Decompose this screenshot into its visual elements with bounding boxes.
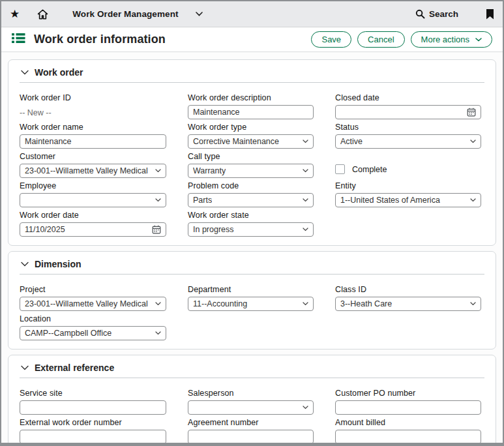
problem-code-select[interactable]: Parts [188,193,314,207]
department-select[interactable]: 11--Accounting [188,297,314,311]
chevron-down-icon [155,331,161,335]
section-divider [20,274,484,275]
home-icon[interactable] [37,8,49,20]
save-button[interactable]: Save [311,31,351,48]
field-class-id: Class ID 3--Heath Care [335,285,481,311]
search-label: Search [429,9,458,19]
chevron-down-icon [21,261,29,267]
list-menu-icon[interactable] [12,33,25,46]
bookmark-icon[interactable] [486,9,494,20]
employee-select[interactable] [20,193,166,207]
form-content: Work order Work order ID -- New -- Work … [1,52,503,443]
class-id-select[interactable]: 3--Heath Care [335,297,481,311]
more-actions-button[interactable]: More actions [411,31,492,48]
search-button[interactable]: Search [415,9,458,19]
work-order-type-select[interactable]: Corrective Maintenance [188,134,314,149]
chevron-down-icon [303,406,308,409]
field-project: Project 23-001--Willamette Valley Medica… [20,285,166,311]
chevron-down-icon [470,140,476,143]
chevron-down-icon [155,169,161,173]
field-customer-po-number: Customer PO number [335,389,481,415]
work-order-date-input[interactable] [20,222,166,237]
field-location: Location CAMP--Campbell Office [20,314,166,340]
customer-select[interactable]: 23-001--Willamette Valley Medical [20,164,166,178]
field-complete: Complete [335,164,481,174]
complete-label: Complete [352,165,387,174]
field-amount-billed: Amount billed [335,418,481,443]
field-status: Status Active [335,123,481,149]
chevron-down-icon [303,302,308,306]
service-site-input[interactable] [20,400,166,415]
field-department: Department 11--Accounting [188,285,314,311]
field-work-order-state: Work order state In progress [188,211,314,237]
section-divider [20,82,484,83]
status-select[interactable]: Active [335,134,481,149]
chevron-down-icon [21,365,29,370]
field-work-order-date: Work order date [20,211,166,237]
chevron-down-icon [475,38,482,42]
field-entity: Entity 1--United States of America [335,181,481,207]
page-header: Work order information Save Cancel More … [1,27,503,52]
field-employee: Employee [20,181,166,207]
top-navigation-bar: ★ Work Order Management Search [1,1,503,27]
chevron-down-icon [155,198,161,202]
calendar-icon[interactable] [152,225,161,234]
app-window: ★ Work Order Management Search [0,0,504,446]
section-title: External reference [35,363,114,373]
field-service-site: Service site [20,389,166,415]
cancel-button[interactable]: Cancel [357,31,404,48]
field-closed-date: Closed date [335,93,481,119]
chevron-down-icon [155,302,161,306]
field-problem-code: Problem code Parts [188,181,314,207]
chevron-down-icon [196,12,203,16]
field-work-order-name: Work order name [20,123,166,149]
calendar-icon[interactable] [467,108,476,117]
section-external-reference-toggle[interactable]: External reference [20,361,484,373]
section-title: Dimension [35,259,82,269]
closed-date-input[interactable] [335,105,481,119]
field-agreement-number: Agreement number [188,418,314,443]
section-dimension: Dimension Project 23-001--Willamette Val… [8,251,496,349]
section-title: Work order [35,67,83,78]
field-salesperson: Salesperson [188,389,314,415]
page-title: Work order information [34,33,166,46]
work-order-description-input[interactable] [188,105,314,119]
chevron-down-icon [470,198,476,202]
external-work-order-number-input[interactable] [20,430,166,443]
work-order-name-input[interactable] [20,134,166,149]
chevron-down-icon [470,302,476,306]
field-external-work-order-number: External work order number [20,418,166,443]
chevron-down-icon [303,228,308,231]
work-order-state-select[interactable]: In progress [188,222,314,237]
section-work-order: Work order Work order ID -- New -- Work … [8,59,496,246]
project-select[interactable]: 23-001--Willamette Valley Medical [20,297,166,311]
field-work-order-type: Work order type Corrective Maintenance [188,123,314,149]
agreement-number-input[interactable] [188,430,314,443]
chevron-down-icon [303,140,308,143]
favorites-star-icon[interactable]: ★ [10,8,20,20]
field-customer: Customer 23-001--Willamette Valley Medic… [20,152,166,178]
customer-po-number-input[interactable] [335,400,481,415]
field-call-type: Call type Warranty [188,152,314,178]
location-select[interactable]: CAMP--Campbell Office [20,326,166,340]
complete-checkbox[interactable] [335,164,345,174]
field-work-order-id: Work order ID -- New -- [20,93,166,117]
field-work-order-description: Work order description [188,93,314,119]
app-menu-label: Work Order Management [72,9,178,19]
chevron-down-icon [303,169,308,173]
chevron-down-icon [21,70,29,75]
chevron-down-icon [303,198,308,202]
section-work-order-toggle[interactable]: Work order [20,66,484,78]
entity-select[interactable]: 1--United States of America [335,193,481,207]
work-order-id-value: -- New -- [20,108,166,117]
app-menu-dropdown[interactable]: Work Order Management [72,9,202,19]
call-type-select[interactable]: Warranty [188,164,314,178]
amount-billed-input[interactable] [335,430,481,443]
section-dimension-toggle[interactable]: Dimension [20,258,484,269]
search-icon [415,9,425,19]
salesperson-select[interactable] [188,400,314,415]
section-external-reference: External reference Service site Salesper… [8,355,496,443]
section-divider [20,378,484,378]
